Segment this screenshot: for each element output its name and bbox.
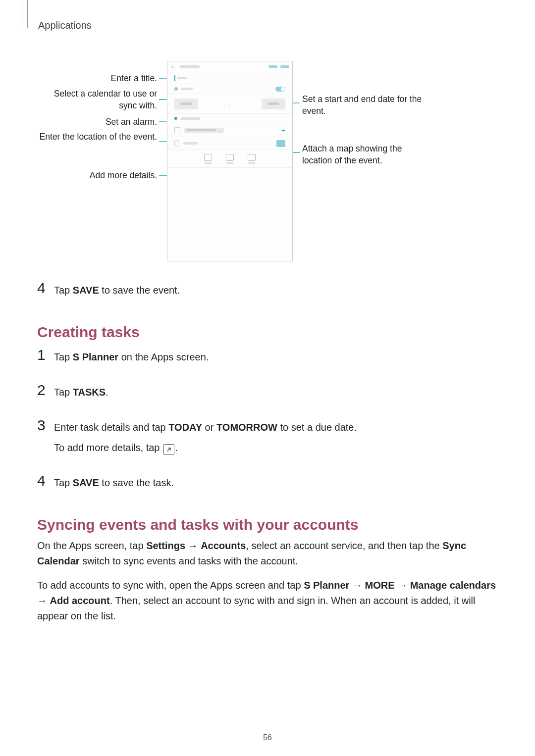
callout-set-alarm: Set an alarm. <box>38 116 157 128</box>
ui-label-settings: Settings <box>146 540 185 551</box>
creating-tasks-steps: 1 Tap S Planner on the Apps screen. 2 Ta… <box>37 350 498 496</box>
step-number: 2 <box>37 383 54 398</box>
step-body: Enter task details and tap TODAY or TOMO… <box>54 420 498 460</box>
mock-more-row <box>167 150 292 168</box>
action-chip <box>268 65 277 68</box>
step-body: Tap TASKS. <box>54 385 498 405</box>
mock-topbar: ← <box>167 61 292 72</box>
section-header: Applications <box>38 20 498 31</box>
manual-page: Applications Enter a title. Select a cal… <box>0 0 535 756</box>
ui-label-splanner: S Planner <box>73 352 118 362</box>
expand-details-icon <box>163 444 174 455</box>
topbar-placeholder <box>180 65 200 68</box>
toggle-switch-icon <box>275 87 285 92</box>
start-date-block <box>174 99 198 109</box>
text: , select an account service, and then ta… <box>246 540 442 551</box>
mock-title-field <box>167 72 292 84</box>
more-option-icon <box>248 154 256 161</box>
step-3: 3 Enter task details and tap TODAY or TO… <box>37 420 498 460</box>
syncing-p2: To add accounts to sync with, open the A… <box>37 578 498 624</box>
arrow: → <box>395 580 410 591</box>
more-option <box>226 154 234 164</box>
calendar-name-placeholder <box>181 88 193 90</box>
step-text: to save the task. <box>99 477 174 488</box>
callout-map: Attach a map showing the location of the… <box>302 143 431 166</box>
ui-label-tomorrow: TOMORROW <box>216 422 277 433</box>
page-number: 56 <box>0 733 535 742</box>
ui-label-add-account: Add account <box>50 595 110 606</box>
calendar-color-dot <box>174 87 178 91</box>
callout-location: Enter the location of the event. <box>38 131 157 143</box>
syncing-paragraphs: On the Apps screen, tap Settings → Accou… <box>37 538 498 624</box>
ui-label-manage-calendars: Manage calendars <box>410 580 496 591</box>
mock-location-row <box>167 137 292 150</box>
tab-marker <box>22 0 28 28</box>
step-body: Tap S Planner on the Apps screen. <box>54 350 498 370</box>
step-text: or <box>202 422 216 433</box>
date-separator-icon: › <box>228 102 231 105</box>
arrow: → <box>37 595 50 606</box>
step-text: . <box>106 387 108 398</box>
step-text: To add more details, tap <box>54 442 162 453</box>
heading-creating-tasks: Creating tasks <box>37 324 498 341</box>
add-alarm-plus-icon: + <box>281 126 285 134</box>
event-editor-diagram: Enter a title. Select a calendar to use … <box>37 61 498 274</box>
step-text: Enter task details and tap <box>54 422 168 433</box>
step-text: . <box>175 442 178 453</box>
topbar-actions <box>268 65 289 68</box>
step-text: to set a due date. <box>277 422 357 433</box>
end-date-block <box>262 99 285 109</box>
heading-syncing: Syncing events and tasks with your accou… <box>37 516 498 533</box>
step-text: on the Apps screen. <box>118 352 209 362</box>
more-option <box>248 154 256 164</box>
step-4: 4 Tap SAVE to save the task. <box>37 475 498 496</box>
location-pin-icon <box>174 140 179 147</box>
step-number: 4 <box>37 473 54 488</box>
callout-dates: Set a start and end date for the event. <box>302 94 431 117</box>
callout-select-calendar: Select a calendar to use or sync with. <box>38 88 157 111</box>
mock-dates-row: › <box>167 94 292 114</box>
text-caret <box>174 75 175 81</box>
phone-mock: ← › <box>167 61 293 261</box>
text: switch to sync events and tasks with the… <box>80 555 298 566</box>
text: To add accounts to sync with, open the A… <box>37 580 304 591</box>
title-placeholder <box>177 77 187 79</box>
step-text: Tap <box>54 477 73 488</box>
step-body: Tap SAVE to save the task. <box>54 475 498 496</box>
ui-label-accounts: Accounts <box>201 540 246 551</box>
step-number: 1 <box>37 348 54 362</box>
step-text: to save the event. <box>99 285 180 296</box>
allday-label-placeholder <box>180 117 200 120</box>
ui-label-save: SAVE <box>73 285 99 296</box>
location-placeholder <box>183 142 198 145</box>
text: On the Apps screen, tap <box>37 540 146 551</box>
alarm-bell-icon <box>174 127 180 133</box>
step-1: 1 Tap S Planner on the Apps screen. <box>37 350 498 370</box>
action-chip <box>280 65 289 68</box>
arrow: → <box>185 540 201 551</box>
step-number: 3 <box>37 418 54 433</box>
ui-label-splanner: S Planner <box>304 580 349 591</box>
more-option-icon <box>204 154 212 161</box>
step-number: 4 <box>37 281 54 296</box>
ui-label-save: SAVE <box>73 477 99 488</box>
ui-label-more: MORE <box>365 580 395 591</box>
callout-more-details: Add more details. <box>38 170 157 182</box>
step-2: 2 Tap TASKS. <box>37 385 498 405</box>
more-option <box>204 154 212 164</box>
alarm-selector: ⌄ <box>184 128 224 133</box>
step-4: 4 Tap SAVE to save the event. <box>37 283 498 303</box>
back-arrow-icon: ← <box>170 63 177 70</box>
save-event-step: 4 Tap SAVE to save the event. <box>37 283 498 303</box>
mock-alarm-row: ⌄ + <box>167 123 292 137</box>
callout-enter-title: Enter a title. <box>38 73 157 85</box>
arrow: → <box>349 580 365 591</box>
map-button-icon <box>276 140 285 147</box>
step-text: Tap <box>54 387 73 398</box>
mock-calendar-row <box>167 84 292 94</box>
allday-dot-icon <box>174 117 177 120</box>
step-text: Tap <box>54 285 73 296</box>
ui-label-tasks: TASKS <box>73 387 106 398</box>
step-text: Tap <box>54 352 73 362</box>
more-option-icon <box>226 154 234 161</box>
